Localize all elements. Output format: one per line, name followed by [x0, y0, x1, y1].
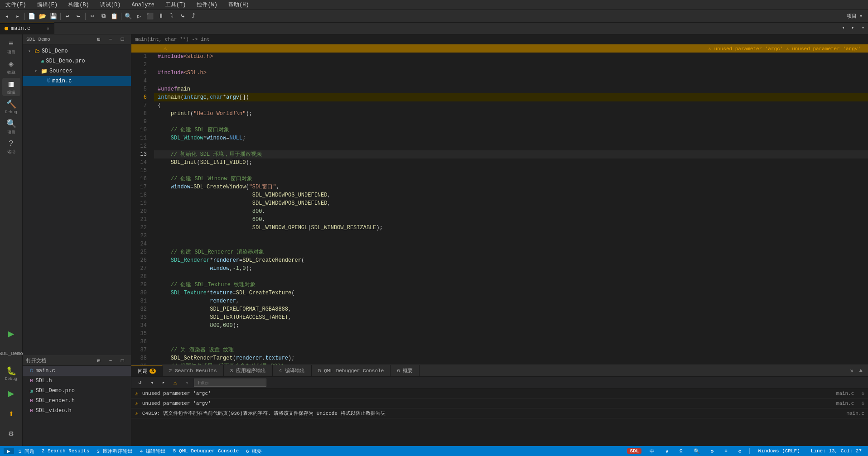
tab-app-output[interactable]: 3 应用程序输出 — [224, 365, 273, 376]
ln-8: 8 — [131, 110, 150, 118]
status-omega[interactable]: Ω — [677, 448, 685, 454]
doc-icon-pro: ⊞ — [30, 388, 33, 394]
code-line-2 — [154, 61, 868, 69]
tab-compile-output[interactable]: 4 编译输出 — [273, 365, 312, 376]
sidebar-btn-search[interactable]: 🔍 项目 — [2, 118, 20, 136]
toolbar-back[interactable]: ◂ — [2, 11, 12, 21]
problems-tool-btn1[interactable]: ↺ — [135, 378, 145, 388]
toolbar-new[interactable]: 📄 — [27, 11, 37, 21]
menu-edit[interactable]: 编辑(E) — [35, 0, 60, 10]
problem-item-1[interactable]: ⚠ unused parameter 'argc' main.c 6 — [131, 389, 868, 398]
tab-close-btn[interactable]: ✕ — [47, 26, 49, 31]
code-scroll-area[interactable]: 1 2 3 4 5 6 7 8 9 10 11 12 13 14 15 16 1 — [131, 53, 868, 365]
tab-qml-console[interactable]: 5 QML Debugger Console — [312, 365, 391, 376]
sidebar-btn-upload[interactable]: ⬆ — [2, 404, 20, 422]
code-content[interactable]: #include <stdio.h> #include <SDL.h> #und… — [154, 53, 868, 365]
problem-item-2[interactable]: ⚠ unused parameter 'argv' main.c 6 — [131, 398, 868, 408]
toolbar-undo[interactable]: ↩ — [63, 11, 72, 21]
problems-tool-btn3[interactable]: ▸ — [159, 378, 169, 388]
toolbar-forward[interactable]: ▸ — [13, 11, 23, 21]
tab-scroll-right[interactable]: ▸ — [848, 23, 858, 33]
toolbar-save[interactable]: 💾 — [48, 11, 58, 21]
tab-summary[interactable]: 6 概要 — [391, 365, 420, 376]
toolbar-redo[interactable]: ↪ — [73, 11, 83, 21]
status-chinese[interactable]: 中 — [647, 448, 657, 455]
toolbar-debug-stop[interactable]: ⬛ — [145, 11, 155, 21]
status-menu[interactable]: ≡ — [722, 448, 730, 454]
status-gear2[interactable]: ⚙ — [736, 448, 744, 454]
sidebar-btn-help[interactable]: ? 诸助 — [2, 138, 20, 156]
ln-33: 33 — [131, 313, 150, 322]
menu-help[interactable]: 帮助(H) — [227, 0, 251, 10]
problems-close-btn[interactable]: ✕ — [848, 366, 855, 375]
menu-build[interactable]: 构建(B) — [67, 0, 91, 10]
problems-tool-filter-btn[interactable]: ▿ — [182, 378, 192, 388]
status-run-btn[interactable]: ▶ — [4, 448, 14, 454]
problems-max-btn[interactable]: ▲ — [857, 366, 864, 375]
tree-item-sdldemo[interactable]: ▾ 🗁 SDL_Demo — [23, 46, 131, 56]
open-doc-render[interactable]: H SDL_render.h — [23, 396, 131, 406]
status-search-icon[interactable]: 🔍 — [691, 448, 703, 454]
toolbar-step-out[interactable]: ⤴ — [188, 11, 198, 21]
menu-tools[interactable]: 工具(T) — [164, 0, 188, 10]
open-docs-btn1[interactable]: ⊞ — [94, 356, 104, 366]
open-docs-btn3[interactable]: □ — [117, 356, 127, 366]
sidebar-btn-debug-run[interactable]: SDL_Demo — [2, 345, 20, 363]
tab-menu[interactable]: ▾ — [858, 23, 868, 33]
tab-search-results[interactable]: 2 Search Results — [163, 365, 224, 376]
code-line-12 — [154, 142, 868, 150]
menu-debug[interactable]: 调试(D) — [98, 0, 123, 10]
status-gear1[interactable]: ⚙ — [708, 448, 717, 454]
sidebar-btn-run[interactable]: ▶ — [2, 325, 20, 343]
menu-analyze[interactable]: Analyze — [130, 1, 156, 9]
tab-problems[interactable]: 问题 3 — [131, 365, 163, 376]
menu-controls[interactable]: 控件(W) — [195, 0, 219, 10]
tab-scroll-left[interactable]: ◂ — [838, 23, 848, 33]
toolbar-paste[interactable]: 📋 — [109, 11, 119, 21]
toolbar-copy[interactable]: ⧉ — [98, 11, 108, 21]
sidebar-btn-debug[interactable]: 🔨 Debug — [2, 98, 20, 116]
sidebar-btn-debug2[interactable]: 🐛 Debug — [2, 365, 20, 383]
status-problems[interactable]: 1 问题 — [16, 448, 37, 455]
status-qml[interactable]: 5 QML Debugger Console — [170, 448, 241, 454]
sidebar-btn-run2[interactable]: ▶ — [2, 384, 20, 403]
open-doc-pro[interactable]: ⊞ SDL_Demo.pro — [23, 386, 131, 396]
status-sdl-badge[interactable]: SDL — [627, 448, 641, 454]
toolbar-step-into[interactable]: ⤷ — [178, 11, 188, 21]
tree-item-mainc[interactable]: © main.c — [23, 76, 131, 86]
toolbar-open[interactable]: 📂 — [38, 11, 48, 21]
menu-file[interactable]: 文件(F) — [4, 0, 28, 10]
sidebar-btn-edit[interactable]: ▦ 编辑 — [2, 78, 20, 96]
open-doc-mainc[interactable]: © main.c — [23, 366, 131, 376]
toolbar-cut[interactable]: ✂ — [87, 11, 97, 21]
toolbar-debug-pause[interactable]: ⏸ — [156, 11, 166, 21]
problems-filter-input[interactable] — [194, 379, 266, 387]
problems-tool-btn2[interactable]: ◂ — [147, 378, 157, 388]
tree-item-sources[interactable]: ▾ 📁 Sources — [23, 66, 131, 76]
sidebar-btn-project[interactable]: ≡ 项目 — [2, 38, 20, 56]
sidebar-btn-favorites[interactable]: ◈ 收藏 — [2, 58, 20, 76]
code-line-34: 800, 600); — [154, 322, 868, 330]
sidebar-btn-star[interactable]: ⚙ — [2, 424, 20, 442]
open-doc-video[interactable]: H SDL_video.h — [23, 406, 131, 416]
open-doc-sdlh[interactable]: H SDL.h — [23, 376, 131, 386]
open-docs-btn2[interactable]: − — [106, 356, 116, 366]
status-compile[interactable]: 4 编译输出 — [137, 448, 169, 455]
toolbar-debug-start[interactable]: ▷ — [134, 11, 144, 21]
tree-item-pro[interactable]: ⊞ SDL_Demo.pro — [23, 56, 131, 66]
status-cursor-pos[interactable]: Line: 13, Col: 27 — [808, 448, 864, 454]
toolbar-project-selector[interactable]: 项目 ▾ — [843, 11, 866, 21]
file-panel-btn-filter[interactable]: ⊞ — [94, 34, 104, 44]
status-line-ending[interactable]: Windows (CRLF) — [755, 448, 802, 454]
problem-item-3[interactable]: ⚠ C4819: 该文件包含不能在当前代码页(936)表示的字符. 请将该文件保… — [131, 408, 868, 418]
status-search[interactable]: 2 Search Results — [39, 448, 92, 454]
status-summary[interactable]: 6 概要 — [243, 448, 265, 455]
toolbar-find[interactable]: 🔍 — [123, 11, 133, 21]
toolbar-step-over[interactable]: ⤵ — [167, 11, 177, 21]
file-panel-btn-collapse[interactable]: − — [106, 34, 116, 44]
status-caret[interactable]: ∧ — [663, 448, 671, 454]
tab-main-c[interactable]: main.c ✕ — [0, 23, 54, 34]
file-panel-btn-expand[interactable]: □ — [117, 34, 127, 44]
status-app-output[interactable]: 3 应用程序输出 — [94, 448, 135, 455]
file-icon-c: © — [47, 78, 50, 84]
